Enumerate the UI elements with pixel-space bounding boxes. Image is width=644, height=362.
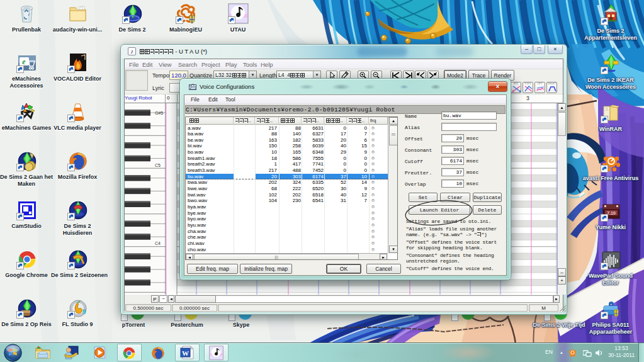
svg-text:W: W bbox=[182, 349, 189, 357]
svg-text:7.10: 7.10 bbox=[607, 211, 616, 215]
svg-text:9: 9 bbox=[82, 308, 86, 315]
svg-text:C5: C5 bbox=[155, 163, 161, 167]
svg-text:C4: C4 bbox=[155, 241, 161, 246]
svg-text:G#5: G#5 bbox=[155, 111, 163, 115]
svg-text:e: e bbox=[22, 57, 26, 66]
